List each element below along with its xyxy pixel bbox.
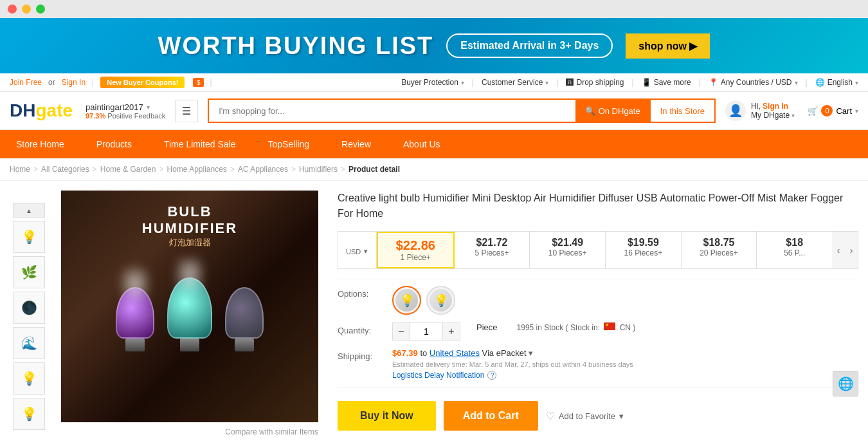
- user-info[interactable]: 👤 Hi, Sign In My DHgate ▾: [725, 100, 795, 121]
- top-nav-bar: Join Free or Sign In | New Buyer Coupons…: [0, 73, 868, 92]
- globe-translate-button[interactable]: 🌐: [833, 371, 858, 397]
- thumbnail-5[interactable]: 💡: [13, 362, 45, 395]
- shipping-via: Via ePacket: [482, 348, 527, 358]
- price-amount-5: $18.75: [689, 237, 749, 248]
- nav-review[interactable]: Review: [325, 130, 387, 158]
- search-store-button[interactable]: In this Store: [650, 100, 714, 122]
- language-item[interactable]: 🌐 English ▾: [815, 78, 858, 87]
- or-text: or: [48, 78, 55, 87]
- add-to-cart-button[interactable]: Add to Cart: [444, 401, 538, 431]
- window-chrome: [0, 0, 868, 18]
- price-prev-button[interactable]: ‹: [832, 232, 845, 268]
- quantity-increase-button[interactable]: +: [442, 322, 460, 341]
- price-columns: $22.86 1 Piece+ $21.72 5 Pieces+ $21.49 …: [377, 232, 832, 268]
- cart-arrow: ▾: [855, 107, 858, 115]
- shop-now-button[interactable]: shop now ▶: [626, 33, 710, 59]
- header-sign-in-link[interactable]: Sign In: [763, 102, 788, 111]
- option-swatch-2[interactable]: 💡: [426, 286, 455, 315]
- favorite-arrow: ▾: [619, 411, 624, 421]
- countries-item[interactable]: 📍 Any Countries / USD ▾: [709, 78, 798, 87]
- new-buyer-coupons-button[interactable]: New Buyer Coupons!: [100, 77, 185, 88]
- product-image-title: BULB HUMIDIFIER: [125, 203, 254, 237]
- separator5: |: [632, 78, 634, 87]
- nav-time-limited-sale[interactable]: Time Limited Sale: [148, 130, 252, 158]
- option-swatch-1[interactable]: 💡: [392, 286, 421, 315]
- product-title: Creative light bulb Humidifier Mini Desk…: [338, 191, 858, 221]
- thumbnail-3[interactable]: 🌑: [13, 292, 45, 324]
- join-free-link[interactable]: Join Free: [10, 78, 42, 87]
- price-col-6[interactable]: $18 56 P...: [757, 232, 832, 268]
- thumbnail-2[interactable]: 🌿: [13, 256, 45, 288]
- add-to-favorite-button[interactable]: ♡ Add to Favorite ▾: [546, 410, 624, 422]
- thumbnail-nav-up[interactable]: ▲: [13, 203, 45, 218]
- price-col-3[interactable]: $21.49 10 Pieces+: [530, 232, 606, 268]
- buy-now-button[interactable]: Buy it Now: [338, 401, 436, 431]
- search-input[interactable]: [209, 100, 575, 122]
- countries-label: Any Countries / USD: [721, 78, 792, 87]
- action-buttons-row: Buy it Now Add to Cart ♡ Add to Favorite…: [338, 401, 858, 431]
- price-col-5[interactable]: $18.75 20 Pieces+: [682, 232, 757, 268]
- price-tier-5: 20 Pieces+: [689, 248, 749, 257]
- price-amount-6: $18: [764, 237, 824, 248]
- sep5: >: [291, 165, 296, 174]
- breadcrumb-home[interactable]: Home: [10, 165, 30, 174]
- options-row: Options: 💡 💡: [338, 286, 858, 315]
- price-amount-1: $22.86: [386, 238, 446, 253]
- search-dhgate-button[interactable]: 🔍 On DHgate: [575, 100, 650, 122]
- shipping-to: to: [420, 348, 427, 358]
- breadcrumb-home-appliances[interactable]: Home Appliances: [167, 165, 226, 174]
- close-button[interactable]: [8, 5, 17, 14]
- logo-gate: gate: [35, 100, 73, 121]
- quantity-row: Quantity: − + Piece 1995 in Stock ( Stoc…: [338, 322, 858, 341]
- save-more-item[interactable]: 📱 Save more: [642, 78, 691, 87]
- thumbnails-column: ▲ 💡 🌿 🌑 🌊 💡 💡: [10, 203, 48, 442]
- nav-products[interactable]: Products: [80, 130, 148, 158]
- customer-service-label: Customer Service: [482, 78, 543, 87]
- price-next-button[interactable]: ›: [845, 232, 858, 268]
- quantity-decrease-button[interactable]: −: [392, 322, 410, 341]
- quantity-input[interactable]: [410, 322, 442, 341]
- hamburger-menu-button[interactable]: ☰: [175, 100, 198, 122]
- store-name: paintingart2017 ▾: [86, 102, 165, 112]
- options-label: Options:: [338, 286, 383, 299]
- shipping-dropdown[interactable]: ▾: [529, 348, 533, 358]
- minimize-button[interactable]: [22, 5, 31, 14]
- thumbnail-1[interactable]: 💡: [13, 221, 45, 253]
- logistics-notification-link[interactable]: Logistics Delay Notification ?: [392, 371, 633, 380]
- price-col-4[interactable]: $19.59 16 Pieces+: [606, 232, 682, 268]
- customer-service-item[interactable]: Customer Service ▾: [482, 78, 548, 87]
- main-content: ▲ 💡 🌿 🌑 🌊 💡 💡 BULB HUMIDIFIER 灯泡加湿器: [0, 181, 868, 448]
- thumbnail-6[interactable]: 💡: [13, 398, 45, 430]
- sep3: >: [159, 165, 163, 174]
- maximize-button[interactable]: [36, 5, 45, 14]
- price-col-1[interactable]: $22.86 1 Piece+: [377, 232, 455, 268]
- cart-section[interactable]: 🛒 0 Cart ▾: [808, 105, 858, 117]
- breadcrumb-home-garden[interactable]: Home & Garden: [100, 165, 156, 174]
- drop-shipping-item[interactable]: 🅰 Drop shipping: [566, 78, 624, 87]
- shipping-destination[interactable]: United States: [429, 348, 480, 358]
- thumbnail-4[interactable]: 🌊: [13, 327, 45, 359]
- separator7: |: [806, 78, 808, 87]
- bulb-glass-clear: [225, 287, 264, 339]
- currency-dropdown-arrow[interactable]: ▾: [364, 247, 368, 256]
- cart-icon: 🛒: [808, 106, 818, 116]
- price-col-2[interactable]: $21.72 5 Pieces+: [455, 232, 530, 268]
- product-detail-panel: Creative light bulb Humidifier Mini Desk…: [331, 191, 858, 442]
- buyer-protection-item[interactable]: Buyer Protection ▾: [401, 78, 464, 87]
- my-dhgate-label: My DHgate ▾: [751, 111, 795, 120]
- price-amount-2: $21.72: [462, 237, 522, 248]
- compare-link[interactable]: Compare with similar Items: [61, 422, 318, 442]
- nav-about-us[interactable]: About Us: [387, 130, 457, 158]
- mist-effect: [122, 268, 148, 300]
- sign-in-link[interactable]: Sign In: [62, 78, 86, 87]
- info-icon: ?: [487, 371, 496, 380]
- store-info[interactable]: paintingart2017 ▾ 97.3% Positive Feedbac…: [86, 102, 165, 120]
- bulb-purple: [116, 287, 154, 351]
- product-image-subtitle: 灯泡加湿器: [125, 237, 254, 248]
- nav-store-home[interactable]: Store Home: [0, 130, 80, 158]
- breadcrumb-humidifiers[interactable]: Humidifiers: [299, 165, 338, 174]
- site-logo[interactable]: DHgate: [10, 100, 73, 121]
- nav-top-selling[interactable]: TopSelling: [251, 130, 325, 158]
- breadcrumb-ac-appliances[interactable]: AC Appliances: [238, 165, 288, 174]
- breadcrumb-all-categories[interactable]: All Categories: [41, 165, 89, 174]
